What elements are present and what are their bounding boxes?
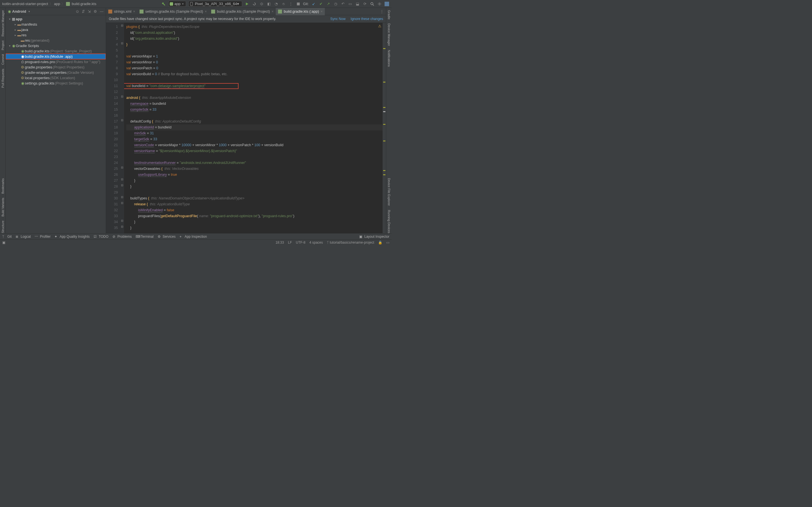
ignore-changes-link[interactable]: Ignore these changes: [351, 17, 383, 21]
caret-position[interactable]: 18:33: [275, 240, 284, 244]
tool-layout-inspector[interactable]: ▣Layout Inspector: [359, 235, 389, 238]
stripe-running-devices[interactable]: Running Devices: [388, 210, 391, 233]
history-icon[interactable]: ◷: [333, 1, 338, 6]
tool-problems[interactable]: ⊘Problems: [112, 235, 132, 238]
rollback-icon[interactable]: ↶: [340, 1, 345, 6]
encoding[interactable]: UTF-8: [296, 240, 305, 244]
tree-script-project-build[interactable]: ◉ build.gradle.kts (Project: Sample_Proj…: [6, 48, 106, 54]
apply-changes-icon[interactable]: [252, 1, 257, 6]
stripe-resource-manager[interactable]: Resource Manager: [1, 10, 4, 37]
gear-icon[interactable]: ⚙: [94, 9, 97, 13]
stripe-pull-requests[interactable]: Pull Requests: [1, 69, 4, 88]
close-icon[interactable]: ×: [320, 10, 322, 13]
panel-title-dropdown[interactable]: ◉ Android ▾: [8, 9, 30, 13]
close-icon[interactable]: ×: [133, 10, 135, 13]
tool-app-inspection[interactable]: ⌖App Inspection: [180, 235, 207, 238]
tree-script-app-build[interactable]: ◉ build.gradle.kts (Module :app): [6, 54, 106, 59]
build-icon[interactable]: [161, 1, 166, 6]
tool-app-quality[interactable]: ✦App Quality Insights: [54, 235, 90, 238]
tab-label: build.gradle.kts (:app): [284, 9, 319, 13]
lock-icon[interactable]: 🔒: [378, 240, 382, 244]
tree-gradle-scripts[interactable]: ◉ Gradle Scripts: [6, 43, 106, 48]
stripe-structure[interactable]: Structure: [1, 221, 4, 233]
node-label: res: [21, 33, 27, 37]
fold-gutter[interactable]: ⊟⊟⊟⊟⊟⊟⊟⊟⊟⊟⊟: [120, 23, 124, 233]
tree-script-settings[interactable]: ◉ settings.gradle.kts (Project Settings): [6, 80, 106, 86]
account-icon[interactable]: [384, 1, 389, 6]
arrow-down-icon[interactable]: [8, 44, 11, 47]
tool-logcat[interactable]: ≣Logcat: [15, 235, 31, 238]
coverage-icon[interactable]: ◧: [266, 1, 271, 6]
tree-script-proguard[interactable]: ⎙ proguard-rules.pro (ProGuard Rules for…: [6, 59, 106, 64]
tool-terminal[interactable]: ⌨Terminal: [136, 235, 153, 238]
arrow-right-icon[interactable]: [13, 34, 17, 37]
close-icon[interactable]: ×: [271, 10, 273, 13]
git-push-icon[interactable]: ↗: [326, 1, 331, 6]
tool-profiler[interactable]: 〰Profiler: [35, 235, 50, 238]
profile-icon[interactable]: ◔: [274, 1, 279, 6]
stripe-bookmarks[interactable]: Bookmarks: [1, 178, 4, 194]
debug-icon[interactable]: [259, 1, 264, 6]
git-commit-icon[interactable]: ✔: [318, 1, 323, 6]
stop-icon[interactable]: [296, 1, 301, 6]
tool-git[interactable]: ᛘGit: [2, 235, 11, 238]
stripe-build-variants[interactable]: Build Variants: [1, 198, 4, 217]
hide-icon[interactable]: —: [100, 9, 103, 13]
sync-icon[interactable]: ⟳: [362, 1, 367, 6]
stripe-commit[interactable]: Commit: [1, 54, 4, 65]
tool-window-icon[interactable]: ▣: [2, 240, 6, 244]
sdk-icon[interactable]: ⬓: [355, 1, 360, 6]
tree-res[interactable]: ▬ res: [6, 33, 106, 38]
select-opened-icon[interactable]: ⊙: [76, 9, 79, 13]
tab-build-gradle-project[interactable]: build.gradle.kts (Sample Project) ×: [209, 8, 276, 15]
tab-overflow-icon[interactable]: ⋮: [378, 9, 386, 13]
warning-indicator-icon[interactable]: ⚠: [378, 24, 382, 28]
indent[interactable]: 4 spaces: [309, 240, 323, 244]
more-run-icon[interactable]: ⋮: [289, 1, 294, 6]
left-tool-stripe: Resource Manager Project Commit Pull Req…: [0, 8, 6, 233]
settings-icon[interactable]: [377, 1, 382, 6]
tab-settings-gradle[interactable]: settings.gradle.kts (Sample Project) ×: [137, 8, 209, 15]
collapse-icon[interactable]: ⇲: [88, 9, 91, 13]
tool-services[interactable]: ⚙Services: [158, 235, 175, 238]
tree-res-gen[interactable]: ▬ res (generated): [6, 38, 106, 43]
svg-rect-6: [385, 2, 389, 6]
avd-icon[interactable]: ▭: [348, 1, 353, 6]
tab-strings[interactable]: strings.xml ×: [106, 8, 137, 15]
breadcrumb-file[interactable]: build.gradle.kts: [71, 2, 96, 6]
sync-now-link[interactable]: Sync Now: [331, 17, 346, 21]
project-tree[interactable]: ▦ app ▬ manifests ▬ java ▬ res ▬ res: [6, 15, 106, 233]
tab-build-gradle-app[interactable]: build.gradle.kts (:app) ×: [276, 8, 325, 15]
run-icon[interactable]: [245, 1, 250, 6]
expand-icon[interactable]: ⇵: [82, 9, 85, 13]
tree-java[interactable]: ▬ java: [6, 27, 106, 33]
tree-script-local-props[interactable]: ⚙ local.properties (SDK Location): [6, 75, 106, 80]
tree-app-root[interactable]: ▦ app: [6, 16, 106, 22]
device-dropdown[interactable]: Pixel_3a_API_33_x86_64 ▾: [188, 1, 242, 7]
tree-script-gradle-props[interactable]: ⚙ gradle.properties (Project Properties): [6, 64, 106, 70]
tool-todo[interactable]: ☑TODO: [94, 235, 108, 238]
code-content[interactable]: plugins { this: PluginDependenciesSpecSc…: [124, 23, 386, 233]
error-stripe[interactable]: [383, 23, 386, 233]
tree-manifests[interactable]: ▬ manifests: [6, 22, 106, 27]
code-editor[interactable]: 1234567891011121314151617181920212223242…: [106, 23, 386, 233]
line-separator[interactable]: LF: [288, 240, 292, 244]
stripe-notifications[interactable]: Notifications: [388, 50, 391, 67]
stripe-gradle[interactable]: Gradle: [388, 10, 391, 19]
memory-indicator[interactable]: ▭: [386, 240, 389, 244]
arrow-down-icon[interactable]: [8, 17, 11, 20]
stripe-device-manager[interactable]: Device Manager: [388, 23, 391, 46]
stripe-device-file-explorer[interactable]: Device File Explorer: [388, 178, 391, 206]
tree-script-wrapper-props[interactable]: ⚙ gradle-wrapper.properties (Gradle Vers…: [6, 70, 106, 75]
arrow-right-icon[interactable]: [13, 28, 17, 31]
attach-icon[interactable]: ⎋: [281, 1, 286, 6]
search-icon[interactable]: [370, 1, 375, 6]
stripe-project[interactable]: Project: [1, 41, 4, 50]
run-config-dropdown[interactable]: app ▾: [168, 1, 186, 7]
arrow-right-icon[interactable]: [13, 23, 17, 26]
breadcrumb-project[interactable]: kotlin-android-starter-project: [2, 2, 48, 6]
git-branch[interactable]: ᛘ tutorial/basics/rename-project: [327, 240, 374, 244]
git-pull-icon[interactable]: ↙: [311, 1, 316, 6]
close-icon[interactable]: ×: [205, 10, 207, 13]
breadcrumb-app[interactable]: app: [54, 2, 60, 6]
